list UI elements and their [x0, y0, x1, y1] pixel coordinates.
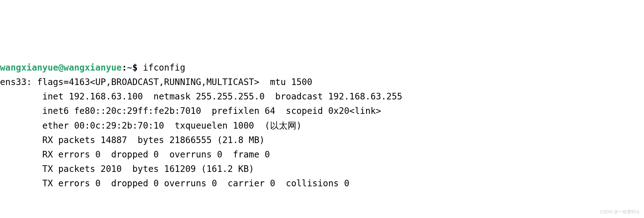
ifconfig-tx-errors-line: TX errors 0 dropped 0 overruns 0 carrier… [0, 178, 349, 189]
ifconfig-inet-line: inet 192.168.63.100 netmask 255.255.255.… [0, 91, 402, 102]
prompt-separator-dollar: $ [132, 62, 138, 73]
terminal-output: wangxianyue@wangxianyue:~$ ifconfig ens3… [0, 61, 644, 191]
ifconfig-rx-errors-line: RX errors 0 dropped 0 overruns 0 frame 0 [0, 149, 270, 160]
prompt-path: ~ [127, 62, 133, 73]
ifconfig-inet6-line: inet6 fe80::20c:29ff:fe2b:7010 prefixlen… [0, 106, 381, 116]
command-ifconfig: ifconfig [143, 62, 185, 73]
prompt-user-host: wangxianyue@wangxianyue [0, 62, 122, 73]
ifconfig-rx-packets-line: RX packets 14887 bytes 21866555 (21.8 MB… [0, 135, 265, 145]
ifconfig-interface-line: ens33: flags=4163<UP,BROADCAST,RUNNING,M… [0, 77, 312, 87]
command-text [138, 62, 143, 73]
ifconfig-ether-line: ether 00:0c:29:2b:70:10 txqueuelen 1000 … [0, 120, 302, 131]
ifconfig-tx-packets-line: TX packets 2010 bytes 161209 (161.2 KB) [0, 164, 254, 174]
watermark-text: CSDN @一枚爱码士 [600, 208, 640, 215]
prompt-separator-colon: : [122, 62, 127, 73]
